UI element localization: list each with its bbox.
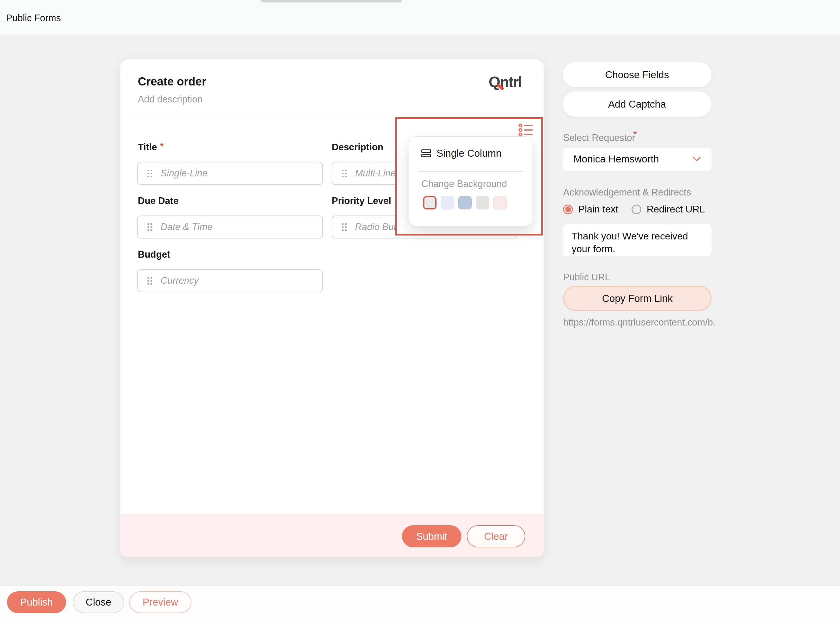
background-swatch[interactable] [493, 196, 507, 209]
field-placeholder: Currency [160, 275, 199, 286]
card-divider [130, 116, 542, 116]
layout-popup: Single Column Change Background [409, 137, 532, 226]
popup-divider [419, 171, 523, 172]
required-asterisk: * [633, 129, 637, 140]
qntrl-logo-text: Qntrl [489, 74, 521, 91]
field-placeholder: Multi-Line [355, 168, 396, 179]
qntrl-logo: Qntrl [489, 73, 534, 93]
copy-form-link-button[interactable]: Copy Form Link [563, 286, 711, 311]
field-label-title: Title* [138, 142, 164, 153]
layout-options-list-icon[interactable] [518, 123, 533, 137]
requestor-dropdown[interactable]: Monica Hemsworth [563, 148, 711, 171]
field-placeholder: Date & Time [160, 221, 213, 232]
form-description-placeholder[interactable]: Add description [138, 94, 203, 105]
background-swatches [423, 196, 507, 209]
single-column-icon [421, 149, 431, 157]
clear-button[interactable]: Clear [467, 525, 525, 547]
plain-text-radio[interactable] [563, 205, 573, 214]
drag-handle-icon[interactable] [342, 170, 347, 177]
background-swatch[interactable] [458, 196, 472, 209]
redirect-url-radio[interactable] [632, 205, 641, 214]
single-column-label: Single Column [437, 148, 502, 159]
plain-text-label[interactable]: Plain text [578, 204, 618, 215]
field-label-priority-level: Priority Level [332, 196, 391, 206]
single-column-option[interactable]: Single Column [421, 148, 502, 159]
offscreen-toolbar-shadow [261, 0, 402, 3]
form-card-footer: Submit Clear [120, 514, 544, 557]
field-input-budget[interactable]: Currency [137, 269, 323, 292]
field-label-description: Description [332, 142, 384, 153]
chevron-down-icon [693, 157, 701, 162]
public-url-label: Public URL [563, 272, 610, 283]
choose-fields-button[interactable]: Choose Fields [563, 62, 711, 87]
field-input-title[interactable]: Single-Line [137, 162, 323, 185]
form-title[interactable]: Create order [138, 75, 206, 88]
background-swatch[interactable] [423, 196, 437, 209]
acknowledgement-radio-group: Plain text Redirect URL [563, 204, 718, 215]
close-button[interactable]: Close [73, 591, 124, 613]
background-swatch[interactable] [441, 196, 454, 209]
required-asterisk: * [160, 141, 164, 151]
field-input-due-date[interactable]: Date & Time [137, 215, 323, 239]
drag-handle-icon[interactable] [148, 277, 152, 285]
change-background-label: Change Background [421, 178, 507, 189]
top-header-bar: Public Forms [0, 0, 840, 36]
form-card: Create order Add description Qntrl Title… [120, 59, 544, 557]
add-captcha-button[interactable]: Add Captcha [563, 92, 711, 117]
publish-button[interactable]: Publish [7, 591, 66, 613]
field-placeholder: Single-Line [160, 168, 207, 179]
drag-handle-icon[interactable] [148, 170, 152, 177]
requestor-value: Monica Hemsworth [573, 153, 693, 165]
preview-button[interactable]: Preview [129, 591, 191, 613]
public-url-value[interactable]: https://forms.qntrlusercontent.com/b... [563, 317, 715, 328]
select-requestor-label: Select Requestor [563, 132, 635, 143]
field-label-budget: Budget [138, 249, 170, 260]
acknowledgement-message-box[interactable]: Thank you! We've received your form. [563, 224, 711, 256]
background-swatch[interactable] [476, 196, 489, 209]
drag-handle-icon[interactable] [342, 223, 347, 231]
acknowledgement-section-label: Acknowledgement & Redirects [563, 187, 691, 198]
field-label-due-date: Due Date [138, 196, 178, 206]
submit-button[interactable]: Submit [402, 525, 461, 547]
bottom-action-bar: Publish Close Preview [0, 585, 840, 618]
page-title: Public Forms [6, 13, 61, 24]
drag-handle-icon[interactable] [148, 223, 152, 231]
redirect-url-label[interactable]: Redirect URL [647, 204, 705, 215]
